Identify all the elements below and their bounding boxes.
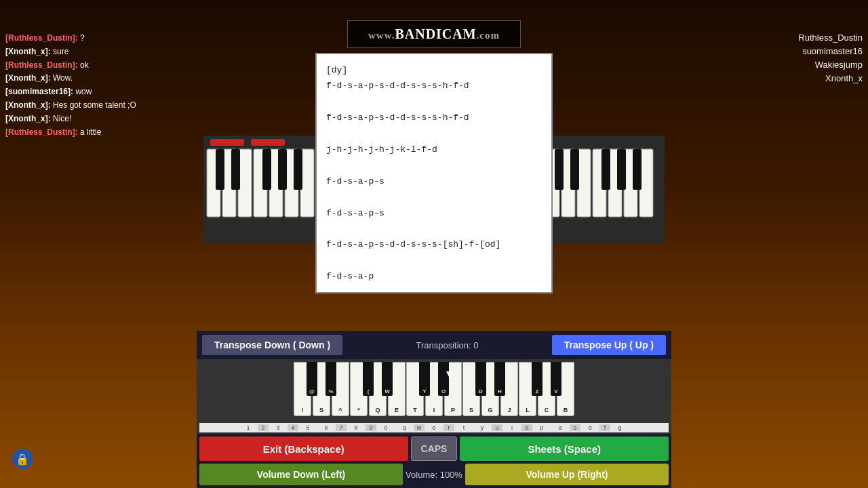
piano-key-black[interactable]: Z	[532, 362, 542, 396]
sheet-line: f-d-s-a-p	[326, 268, 542, 284]
svg-rect-23	[555, 149, 564, 190]
key-label: 5	[299, 424, 317, 431]
sheet-line	[326, 253, 542, 268]
svg-rect-2	[251, 139, 285, 146]
volume-row: Volume Down (Left) Volume: 100% Volume U…	[197, 464, 671, 488]
piano-key-black[interactable]: V	[551, 362, 561, 396]
key-label: 3	[269, 424, 287, 431]
piano-key-black[interactable]: @	[307, 362, 317, 396]
piano-key-black[interactable]: Y	[419, 362, 430, 396]
key-label: i	[503, 424, 521, 431]
list-item: [Xnonth_x]: Hes got some talent ;O	[5, 100, 171, 111]
key-label: q	[395, 424, 413, 431]
piano-key-black[interactable]: %	[326, 362, 336, 396]
list-item: Ruthless_Dustin	[765, 33, 863, 43]
key-label: 0	[377, 424, 395, 431]
key-label: 1	[239, 424, 257, 431]
key-label: p	[533, 424, 551, 431]
key-label: t	[455, 424, 473, 431]
key-label: u	[492, 424, 502, 431]
sheet-line	[326, 157, 542, 173]
sheet-line: j-h-j-h-j-h-j-k-l-f-d	[326, 142, 542, 157]
transpose-up-button[interactable]: Transpose Up ( Up )	[552, 335, 666, 355]
list-item: [Ruthless_Dustin]: a little	[5, 127, 171, 138]
key-label: 7	[336, 424, 347, 431]
transpose-down-button[interactable]: Transpose Down ( Down )	[202, 335, 342, 355]
key-label: g	[611, 424, 629, 431]
svg-rect-13	[278, 149, 287, 190]
key-label: f	[599, 424, 610, 431]
list-item: [Xnonth_x]: Nice!	[5, 113, 171, 125]
svg-rect-26	[617, 149, 626, 190]
key-label: d	[581, 424, 599, 431]
sheet-line: [dy]	[326, 62, 542, 78]
list-item: suomimaster16	[765, 46, 863, 56]
list-item: [suomimaster16]: wow	[5, 86, 171, 98]
bandicam-watermark: www.BANDICAM.com	[347, 20, 521, 48]
keyboard-container: .key-unit { display:inline-flex; flex-di…	[197, 359, 671, 434]
transpose-row: Transpose Down ( Down ) Transposition: 0…	[197, 331, 671, 359]
sheet-line	[326, 221, 542, 237]
piano-key-black[interactable]: H	[494, 362, 505, 396]
lock-icon[interactable]: 🔒	[12, 449, 33, 469]
key-label: o	[521, 424, 532, 431]
svg-rect-12	[262, 149, 271, 190]
key-label: r	[443, 424, 454, 431]
key-label: a	[551, 424, 569, 431]
sheet-line: f-d-s-a-p-s	[326, 205, 542, 221]
list-item: [Ruthless_Dustin]: ok	[5, 60, 171, 71]
sheet-line: f-d-s-a-p-s	[326, 174, 542, 189]
list-item: Xnonth_x	[765, 73, 863, 83]
key-label: s	[570, 424, 580, 431]
bottom-buttons: Exit (Backspace) CAPS Sheets (Space)	[197, 434, 671, 464]
chat-panel: [Ruthless_Dustin]: ? [Xnonth_x]: sure [R…	[0, 27, 176, 145]
piano-controls: Transpose Down ( Down ) Transposition: 0…	[197, 331, 671, 488]
list-item: [Xnonth_x]: sure	[5, 46, 171, 58]
key-label: 4	[288, 424, 298, 431]
sheets-button[interactable]: Sheets (Space)	[460, 436, 669, 461]
exit-button[interactable]: Exit (Backspace)	[199, 436, 408, 461]
svg-rect-24	[570, 149, 579, 190]
volume-label: Volume: 100%	[406, 470, 462, 480]
piano-decoration-left	[203, 122, 326, 244]
volume-down-button[interactable]: Volume Down (Left)	[199, 464, 403, 485]
sheet-line	[326, 189, 542, 205]
piano-key-black[interactable]: (	[363, 362, 374, 396]
key-label: y	[473, 424, 491, 431]
svg-rect-14	[294, 149, 302, 190]
piano-decoration-right	[542, 122, 665, 244]
key-label: 8	[347, 424, 365, 431]
key-label: 6	[317, 424, 335, 431]
sheet-line: f-d-s-a-p-s-d-d-s-s-s-h-f-d	[326, 78, 542, 94]
players-panel: Ruthless_Dustin suomimaster16 Wakiesjump…	[760, 27, 868, 92]
piano-key-black[interactable]: D	[475, 362, 486, 396]
piano-key-black[interactable]: W	[382, 362, 393, 396]
sheet-line: f-d-s-a-p-s-d-d-s-s-s-h-f-d	[326, 110, 542, 125]
list-item: Wakiesjump	[765, 60, 863, 70]
svg-rect-27	[633, 149, 642, 190]
key-label: 9	[366, 424, 376, 431]
list-item: [Xnonth_x]: Wow.	[5, 73, 171, 84]
sheet-line	[326, 126, 542, 142]
svg-rect-10	[216, 149, 224, 190]
svg-rect-1	[210, 139, 244, 146]
transposition-label: Transposition: 0	[416, 340, 478, 350]
key-label: 2	[258, 424, 269, 431]
sheet-line	[326, 94, 542, 110]
key-label: w	[414, 424, 425, 431]
svg-rect-11	[231, 149, 240, 190]
volume-up-button[interactable]: Volume Up (Right)	[465, 464, 669, 485]
svg-rect-25	[601, 149, 610, 190]
list-item: [Ruthless_Dustin]: ?	[5, 33, 171, 44]
sheet-music-panel: [dy] f-d-s-a-p-s-d-d-s-s-s-h-f-d f-d-s-a…	[315, 53, 553, 293]
sheet-line: f-d-s-a-p-s-d-d-s-s-s-[sh]-f-[od]	[326, 237, 542, 252]
key-label: e	[425, 424, 443, 431]
piano-key-black[interactable]: O	[438, 362, 449, 396]
caps-button[interactable]: CAPS	[411, 436, 458, 461]
